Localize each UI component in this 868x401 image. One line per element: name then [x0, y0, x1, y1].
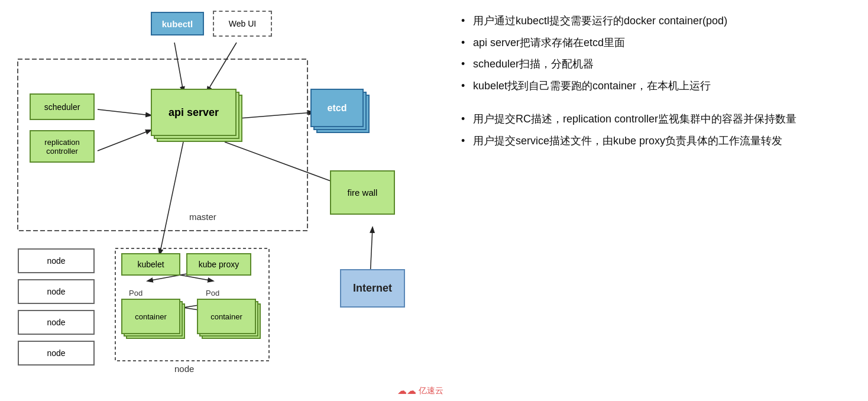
- logo-icon: ☁☁: [397, 385, 416, 396]
- container2-stack: container: [197, 299, 265, 355]
- pod2-label: Pod: [206, 289, 219, 297]
- master-label: master: [189, 212, 216, 222]
- node-box-4: node: [18, 341, 95, 366]
- bullet-item-2: api server把请求存储在etcd里面: [461, 34, 850, 52]
- internet-box: Internet: [340, 269, 405, 308]
- etcd-stack: etcd: [310, 89, 375, 142]
- bullet-item-4: kubelet找到自己需要跑的container，在本机上运行: [461, 77, 850, 95]
- svg-line-4: [98, 109, 151, 115]
- svg-line-2: [174, 43, 183, 92]
- svg-line-3: [207, 43, 237, 92]
- kubelet-box: kubelet: [121, 253, 180, 276]
- bullet-item-5: 用户提交RC描述，replication controller监视集群中的容器并…: [461, 110, 850, 128]
- bullet-list: 用户通过kubectl提交需要运行的docker container(pod) …: [461, 12, 850, 95]
- firewall-box: fire wall: [330, 170, 395, 215]
- node-bottom-label: node: [174, 364, 194, 374]
- node-box-2: node: [18, 279, 95, 304]
- text-area: 用户通过kubectl提交需要运行的docker container(pod) …: [449, 0, 868, 401]
- kube-proxy-box: kube proxy: [186, 253, 251, 276]
- webui-box: Web UI: [213, 11, 272, 37]
- bullet-text-4: kubelet找到自己需要跑的container，在本机上运行: [473, 80, 711, 92]
- bullet-item-3: scheduler扫描，分配机器: [461, 55, 850, 73]
- svg-line-8: [160, 142, 183, 254]
- bullet-text-6: 用户提交service描述文件，由kube proxy负责具体的工作流量转发: [473, 135, 782, 147]
- logo: ☁☁ 亿速云: [397, 385, 443, 396]
- diagram-area: kubectl Web UI master scheduler replicat…: [0, 0, 449, 401]
- bullet-list-2: 用户提交RC描述，replication controller监视集群中的容器并…: [461, 110, 850, 150]
- logo-text: 亿速云: [419, 386, 443, 396]
- container1-stack: container: [121, 299, 189, 355]
- node-box-3: node: [18, 310, 95, 335]
- scheduler-box: scheduler: [30, 93, 95, 120]
- bullet-item-6: 用户提交service描述文件，由kube proxy负责具体的工作流量转发: [461, 132, 850, 150]
- bullet-text-1: 用户通过kubectl提交需要运行的docker container(pod): [473, 15, 727, 27]
- bullet-text-5: 用户提交RC描述，replication controller监视集群中的容器并…: [473, 113, 796, 125]
- api-server-stack: api server: [151, 89, 242, 154]
- svg-line-5: [98, 130, 151, 151]
- kubectl-box: kubectl: [151, 12, 204, 35]
- pod1-label: Pod: [129, 289, 142, 297]
- bullet-item-1: 用户通过kubectl提交需要运行的docker container(pod): [461, 12, 850, 30]
- bullet-text-3: scheduler扫描，分配机器: [473, 58, 594, 70]
- svg-line-6: [239, 112, 313, 118]
- node-box-1: node: [18, 248, 95, 273]
- replication-controller-box: replication controller: [30, 130, 95, 163]
- bullet-text-2: api server把请求存储在etcd里面: [473, 37, 625, 48]
